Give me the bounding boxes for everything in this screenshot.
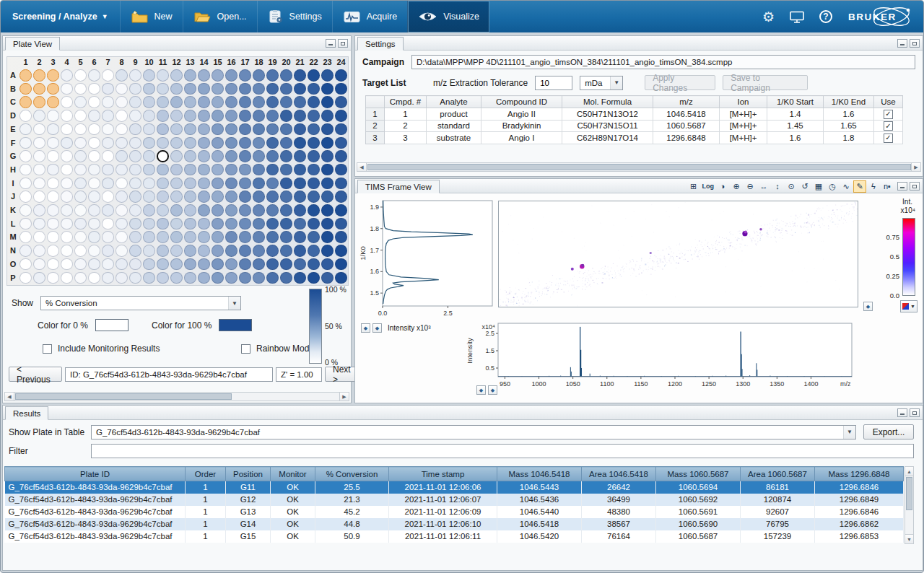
plate-well-I24[interactable]	[335, 178, 347, 190]
plate-well-K20[interactable]	[280, 204, 292, 216]
plate-well-K12[interactable]	[170, 204, 183, 216]
stopwatch-icon[interactable]: ◷	[826, 180, 839, 193]
results-header-cell[interactable]: Time stamp	[389, 467, 497, 481]
plate-well-K2[interactable]	[33, 204, 45, 216]
plate-well-H23[interactable]	[321, 164, 334, 176]
plate-well-G9[interactable]	[129, 150, 141, 162]
plate-well-O1[interactable]	[19, 258, 32, 271]
plate-well-L17[interactable]	[239, 218, 251, 230]
plate-well-H19[interactable]	[266, 164, 279, 176]
plate-well-H16[interactable]	[225, 164, 237, 176]
plate-well-M22[interactable]	[308, 231, 320, 243]
plate-well-B7[interactable]	[102, 83, 114, 95]
plate-well-I10[interactable]	[143, 178, 155, 190]
plate-well-J7[interactable]	[102, 191, 114, 203]
plate-well-A19[interactable]	[266, 69, 279, 82]
plate-well-P9[interactable]	[129, 272, 141, 284]
plate-well-O17[interactable]	[239, 258, 251, 271]
plate-well-P1[interactable]	[19, 272, 32, 284]
plate-well-O14[interactable]	[198, 258, 210, 271]
plate-well-C24[interactable]	[335, 96, 347, 108]
maximize-icon[interactable]	[910, 408, 920, 417]
plate-well-B13[interactable]	[184, 83, 196, 95]
plate-well-C6[interactable]	[88, 96, 100, 108]
plate-well-G13[interactable]	[184, 150, 196, 162]
plate-well-A10[interactable]	[143, 69, 155, 82]
plate-well-N10[interactable]	[143, 245, 155, 257]
mobilogram-plot[interactable]: 1.91.81.71.61.50.02.51/K0	[358, 198, 497, 322]
plate-well-G6[interactable]	[88, 150, 100, 162]
rainbow-mode-checkbox[interactable]	[241, 344, 250, 354]
tolerance-input[interactable]	[535, 76, 572, 90]
plate-well-L13[interactable]	[184, 218, 196, 230]
plate-well-K5[interactable]	[74, 204, 87, 216]
plate-well-A4[interactable]	[61, 69, 73, 82]
plate-well-A8[interactable]	[116, 69, 128, 82]
annotate-icon[interactable]: ✎	[853, 180, 866, 193]
plate-well-N16[interactable]	[225, 245, 237, 257]
plate-well-F6[interactable]	[88, 137, 100, 149]
plate-well-B9[interactable]	[129, 83, 141, 95]
axis-zoom-button[interactable]: ◆	[361, 323, 370, 333]
plate-well-F1[interactable]	[19, 137, 32, 149]
plate-well-B14[interactable]	[198, 83, 210, 95]
plate-well-B4[interactable]	[61, 83, 73, 95]
plate-well-A18[interactable]	[253, 69, 265, 82]
plate-well-E22[interactable]	[308, 123, 320, 136]
plate-well-A6[interactable]	[88, 69, 100, 82]
plate-well-B12[interactable]	[170, 83, 183, 95]
results-header-cell[interactable]: Area 1046.5418	[582, 467, 656, 481]
label-icon[interactable]: n▪	[881, 180, 894, 193]
plate-well-A22[interactable]	[308, 69, 320, 82]
plate-well-D6[interactable]	[88, 110, 100, 122]
plate-well-P13[interactable]	[184, 272, 196, 284]
plate-well-G21[interactable]	[294, 150, 306, 162]
plate-well-N18[interactable]	[253, 245, 265, 257]
plate-well-G7[interactable]	[102, 150, 114, 162]
plate-well-B10[interactable]	[143, 83, 155, 95]
plate-well-M23[interactable]	[321, 231, 334, 243]
plate-well-K4[interactable]	[61, 204, 73, 216]
plate-well-P6[interactable]	[88, 272, 100, 284]
plate-well-N7[interactable]	[102, 245, 114, 257]
plate-well-I13[interactable]	[184, 178, 196, 190]
plate-well-N24[interactable]	[335, 245, 347, 257]
plate-well-D2[interactable]	[33, 110, 45, 122]
mobilogram-icon[interactable]: ∿	[840, 180, 853, 193]
plate-well-L12[interactable]	[170, 218, 183, 230]
plate-well-D1[interactable]	[19, 110, 32, 122]
plate-well-N1[interactable]	[19, 245, 32, 257]
plate-well-L20[interactable]	[280, 218, 292, 230]
plate-well-B19[interactable]	[266, 83, 279, 95]
plate-well-F8[interactable]	[116, 137, 128, 149]
plate-well-H15[interactable]	[212, 164, 224, 176]
plate-well-K21[interactable]	[294, 204, 306, 216]
plate-well-F12[interactable]	[170, 137, 183, 149]
plate-well-B21[interactable]	[294, 83, 306, 95]
plate-well-B15[interactable]	[212, 83, 224, 95]
plate-well-H21[interactable]	[294, 164, 306, 176]
plate-well-O8[interactable]	[116, 258, 128, 271]
use-checkbox[interactable]: ✓	[884, 110, 893, 119]
plate-well-D11[interactable]	[157, 110, 169, 122]
plate-well-C14[interactable]	[198, 96, 210, 108]
plate-well-E13[interactable]	[184, 123, 196, 136]
plate-well-E11[interactable]	[157, 123, 169, 136]
plate-well-H6[interactable]	[88, 164, 100, 176]
plate-well-B8[interactable]	[116, 83, 128, 95]
plate-well-B11[interactable]	[157, 83, 169, 95]
plate-well-I2[interactable]	[33, 178, 45, 190]
plate-well-I19[interactable]	[266, 178, 279, 190]
plate-well-C23[interactable]	[321, 96, 334, 108]
plate-well-I1[interactable]	[19, 178, 32, 190]
results-row[interactable]: G_76cf54d3-612b-4843-93da-9629b4c7cbaf1G…	[5, 530, 904, 543]
color-0-swatch[interactable]	[95, 319, 128, 331]
plate-well-D4[interactable]	[61, 110, 73, 122]
axis-zoom-button[interactable]: ◆	[372, 323, 382, 333]
plate-well-P18[interactable]	[253, 272, 265, 284]
zoom-reset-icon[interactable]: ↺	[798, 180, 811, 193]
plate-well-H12[interactable]	[170, 164, 183, 176]
plate-well-A20[interactable]	[280, 69, 292, 82]
plate-well-C9[interactable]	[129, 96, 141, 108]
plate-well-J20[interactable]	[280, 191, 292, 203]
